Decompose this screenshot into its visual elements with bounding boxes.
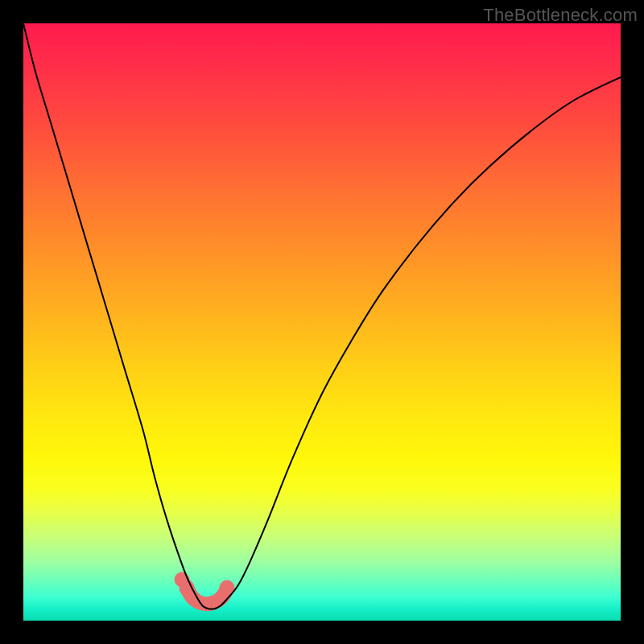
curve-svg [23,23,621,621]
plot-area [23,23,621,621]
chart-container: TheBottleneck.com [0,0,644,644]
watermark-text: TheBottleneck.com [483,5,638,26]
bump-region [175,572,234,604]
bottleneck-curve [23,23,621,609]
